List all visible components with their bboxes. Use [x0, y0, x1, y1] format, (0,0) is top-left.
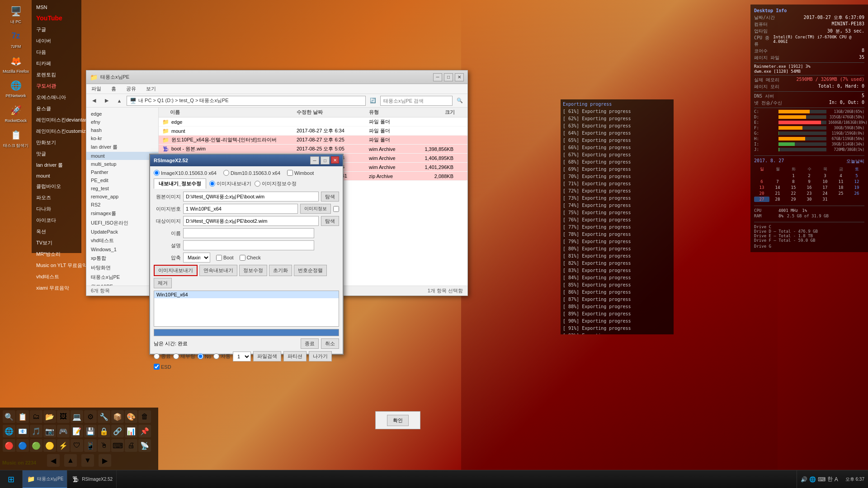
nav-edge[interactable]: edge: [86, 110, 158, 118]
menu-msn[interactable]: MSN: [32, 2, 81, 12]
tab-export-info[interactable]: 내보내기_정보수정: [154, 178, 206, 189]
dock-icon-24[interactable]: 📷: [43, 425, 56, 437]
dock-icon-11[interactable]: 🗑: [138, 410, 151, 423]
radio-image-export[interactable]: 이미지내보내기: [209, 178, 251, 189]
back-button[interactable]: ◀: [89, 96, 99, 106]
tray-icon-3[interactable]: ⌨: [818, 476, 826, 483]
radio-end[interactable]: 종료: [154, 353, 171, 360]
search-button[interactable]: 🔍: [454, 96, 465, 106]
nav-multisetup[interactable]: multi_setup: [86, 160, 158, 168]
image-info-check[interactable]: [333, 206, 339, 212]
menu-mr[interactable]: MR*방소리: [32, 249, 81, 260]
menu-raincustomize[interactable]: 레인미터스킨customize: [32, 126, 81, 137]
dock-icon-26[interactable]: 📝: [71, 425, 83, 437]
dock-icon-23[interactable]: 🎵: [30, 425, 42, 437]
nav-rsimagex[interactable]: rsimagex롤: [86, 209, 158, 218]
minimize-button[interactable]: ─: [433, 73, 442, 81]
info-edit-btn[interactable]: 정보수정: [239, 265, 267, 276]
dock-icon-51[interactable]: 📡: [138, 439, 151, 452]
file-row-mount[interactable]: 📁mount 2017-08-27 오후 6:34 파일 폴더: [159, 127, 467, 136]
menu-vhd[interactable]: vhd테스트: [32, 271, 81, 282]
radio-info-edit[interactable]: 이미지정보수정: [255, 178, 297, 189]
dock-icon-43[interactable]: 🟢: [30, 439, 42, 452]
nav-regtest[interactable]: reg_test: [86, 184, 158, 192]
sort-btn[interactable]: 번호순정렬: [294, 265, 327, 276]
file-row-boot-orig[interactable]: 🗜boot - 원본.wim 2017-08-25 오후 5:05 wim Ar…: [159, 145, 467, 154]
next-btn[interactable]: 나가기: [309, 351, 332, 361]
address-bar[interactable]: 🖥️ 내 PC > Q1 (D:) > test_Q > 태풍소x님PE: [127, 96, 366, 106]
icon-firefox[interactable]: 🦊 Mozilla Firefox: [1, 52, 30, 76]
dock-icon-31[interactable]: 📌: [138, 425, 151, 437]
dock-icon-30[interactable]: 📊: [125, 425, 137, 437]
menu-file[interactable]: 파일: [89, 84, 104, 93]
radio-wimboot[interactable]: Wimboot: [287, 170, 314, 176]
taskbar-item-rsimagex[interactable]: 🗜 RSImageX2.52: [67, 470, 117, 488]
nav-xp[interactable]: xp통합: [86, 253, 158, 263]
dock-icon-44[interactable]: 🟡: [43, 439, 56, 452]
dock-icon-10[interactable]: 🎨: [125, 410, 137, 423]
list-item-win10pe[interactable]: Win10PE_x64: [154, 291, 339, 298]
nav-uefiiso[interactable]: UEFI_ISO온라인: [86, 218, 158, 228]
check-checkbox[interactable]: [240, 255, 245, 261]
dock-icon-48[interactable]: 🖱: [98, 439, 110, 452]
close-button[interactable]: ✕: [455, 73, 464, 81]
dock-icon-50[interactable]: 🖨: [125, 439, 137, 452]
dialog-minimize[interactable]: ─: [310, 156, 319, 164]
menu-musicylt[interactable]: Music on YLT 무료음악: [32, 260, 81, 271]
source-image-input[interactable]: [183, 192, 319, 202]
menu-raindeviant[interactable]: 레인미터스킨deviantart: [32, 114, 81, 126]
nav-peedit[interactable]: PE_edit: [86, 176, 158, 184]
menu-matgeul[interactable]: 맛글: [32, 148, 81, 160]
dock-icon-42[interactable]: 🔵: [16, 439, 29, 452]
dock-icon-25[interactable]: 🎮: [57, 425, 70, 437]
check-check-label[interactable]: Check: [240, 255, 261, 261]
reset-btn[interactable]: 초기화: [269, 265, 292, 276]
menu-youtube[interactable]: YouTube: [32, 12, 81, 24]
dock-icon-7[interactable]: ⚙: [84, 410, 97, 423]
menu-xiami[interactable]: xiami 무료음악: [32, 282, 81, 294]
radio-auto[interactable]: 자동: [213, 353, 231, 360]
dialog-close[interactable]: ✕: [331, 156, 339, 164]
esd-checkbox[interactable]: [154, 364, 160, 370]
boot-check-label[interactable]: Boot: [216, 255, 234, 261]
nav-hash[interactable]: hash: [86, 126, 158, 134]
nav-mount[interactable]: mount: [86, 152, 158, 160]
start-button[interactable]: ⊞: [0, 470, 23, 488]
nav-win1[interactable]: Windows_1: [86, 245, 158, 253]
dock-icon-41[interactable]: 🔴: [3, 439, 15, 452]
menu-naver[interactable]: 네이버: [32, 35, 81, 47]
dock-icon-6[interactable]: 💻: [71, 410, 83, 423]
forward-button[interactable]: ▶: [101, 96, 112, 106]
remove-btn[interactable]: 제거: [154, 278, 172, 288]
menu-clubbio[interactable]: 클럽바이오: [32, 181, 81, 192]
image-number-input[interactable]: [183, 204, 298, 214]
partition-btn[interactable]: 파티션: [283, 351, 307, 361]
source-browse-btn[interactable]: 탐색: [321, 192, 339, 202]
dock-icon-21[interactable]: 🌐: [3, 425, 15, 437]
target-image-input[interactable]: [183, 216, 319, 226]
image-info-btn[interactable]: 이미지정보: [300, 204, 331, 214]
dock-icon-9[interactable]: 📦: [111, 410, 124, 423]
dock-icon-45[interactable]: ⚡: [57, 439, 70, 452]
menu-mount[interactable]: mount: [32, 171, 81, 181]
image-export-btn[interactable]: 이미지내보내기: [154, 265, 198, 276]
tray-icon-eng[interactable]: A: [835, 476, 838, 483]
tray-icon-1[interactable]: 🔊: [801, 476, 807, 483]
menu-tvwatch[interactable]: TV보기: [32, 237, 81, 249]
menu-danawa[interactable]: 다나와: [32, 203, 81, 215]
dock-icon-29[interactable]: 🔗: [111, 425, 124, 437]
compress-select[interactable]: Maximum Fast None: [183, 253, 210, 263]
dock-down-btn[interactable]: ▼: [81, 454, 94, 467]
desc-input[interactable]: [183, 240, 314, 250]
dock-icon-49[interactable]: ⌨: [111, 439, 124, 452]
menu-paoz[interactable]: 파오즈: [32, 192, 81, 203]
file-row-edge[interactable]: 📁edge 파일 폴더: [159, 117, 467, 127]
dock-icon-22[interactable]: 📧: [16, 425, 29, 437]
menu-auction[interactable]: 옥션: [32, 226, 81, 237]
menu-view[interactable]: 보기: [143, 84, 159, 93]
menu-lorento[interactable]: 로렌토킴: [32, 69, 81, 80]
nav-kokr[interactable]: ko-kr: [86, 134, 158, 142]
nav-win10pe[interactable]: 윈도10PE: [86, 282, 158, 286]
target-browse-btn[interactable]: 탐색: [321, 216, 339, 226]
search-input[interactable]: [380, 96, 453, 106]
